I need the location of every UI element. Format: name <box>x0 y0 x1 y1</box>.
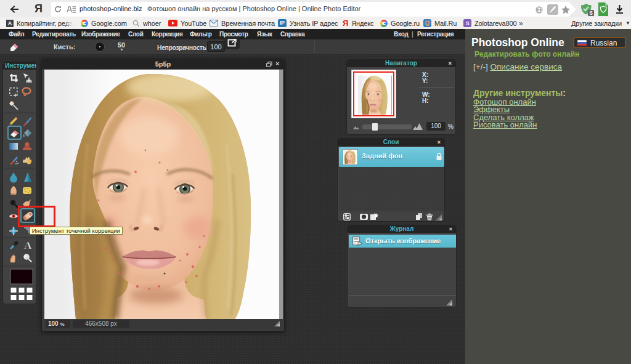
svg-text:S: S <box>589 10 593 16</box>
svg-text:A: A <box>24 240 32 251</box>
